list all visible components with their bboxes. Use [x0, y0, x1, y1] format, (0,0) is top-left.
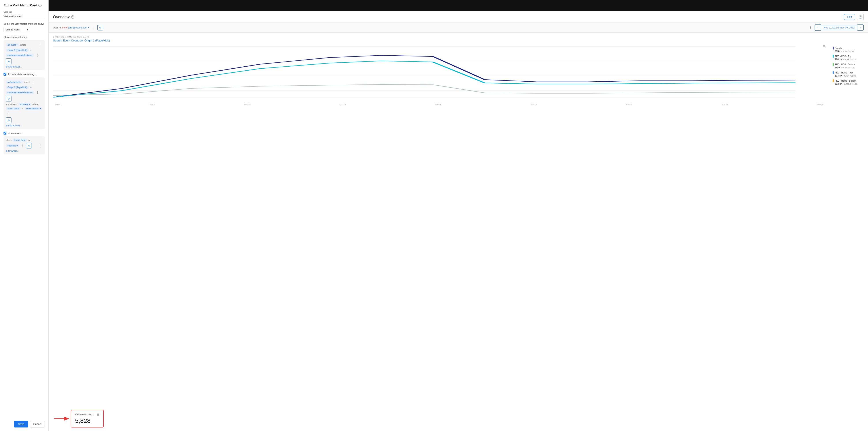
clock-button[interactable]: 🕐: [857, 14, 864, 20]
hide-row-more[interactable]: ⋮: [20, 143, 25, 148]
event2sub-tag[interactable]: an event ▾: [18, 103, 32, 106]
event2-value[interactable]: customercasedeflection ▾: [6, 91, 34, 94]
event1-where: where: [20, 44, 26, 46]
event1-value[interactable]: customercasedeflection ▾: [6, 54, 34, 57]
overview-header: Overview ? Edit 🕐: [49, 11, 868, 23]
x-label-4: Nov 13: [340, 103, 346, 106]
cancel-button[interactable]: Cancel: [30, 421, 45, 428]
bottom-area: Visit metric card ▦ 5,828: [49, 408, 868, 431]
legend-rec-pdp-bottom: REC - PDP - Bottom 484K ~16.1K ^29.1K: [833, 63, 864, 69]
condition-row-2c: and at least an event ▾ where Event Valu…: [6, 103, 42, 116]
chart-svg: [53, 44, 830, 102]
event1-row-more[interactable]: ⋮: [35, 53, 40, 58]
x-label-3: Nov 10: [244, 103, 250, 106]
legend-rec-pdp-bottom-values: 484K ~16.1K ^29.1K: [835, 66, 864, 69]
hide-value[interactable]: interface ▾: [6, 144, 20, 147]
overview-info-icon[interactable]: ?: [71, 15, 74, 19]
legend-rec-home-top-values: 203.8K ~6,794 ^11.9K: [835, 74, 864, 77]
filter-actions-right: ⋮ ‹ Nov 1, 2022 to Nov 30, 2022 ›: [808, 25, 864, 31]
event2-op: is: [30, 86, 31, 89]
event2-tag-chevron: ▾: [20, 81, 21, 83]
legend-rec-pdp-top-bar: [833, 55, 834, 58]
event2-row-more[interactable]: ⋮: [35, 90, 40, 95]
hide-op: is: [28, 139, 30, 141]
filter-val-chevron: ▾: [88, 27, 89, 29]
hide-events-header: Hide events...: [3, 132, 45, 135]
filter-add-btn[interactable]: ⊕: [97, 25, 103, 30]
event1-filter-btn[interactable]: ⊕: [6, 59, 11, 64]
hide-filter-btn[interactable]: ⊕: [26, 143, 32, 148]
event1-tag[interactable]: an event ▾: [6, 43, 19, 46]
legend-search-name: Search: [835, 47, 842, 49]
legend-search: Search 583K ~19.4K ^34.9K: [833, 46, 864, 53]
x-label-5: Nov 16: [435, 103, 441, 106]
event2-where: where: [24, 81, 30, 84]
event2-filter-btn[interactable]: ⊕: [6, 96, 11, 101]
date-prev-btn[interactable]: ‹: [814, 25, 821, 31]
event1-more-btn[interactable]: ⋮: [38, 42, 42, 47]
event2sub-field[interactable]: Event Value: [6, 107, 21, 110]
legend-rec-pdp-bottom-bar: [833, 63, 834, 66]
legend-rec-home-bottom-bar: [833, 79, 834, 82]
legend-rec-home-top-name: REC - Home - Top: [835, 71, 853, 74]
date-next-btn[interactable]: ›: [858, 25, 864, 31]
add-at-least-2[interactable]: ⊕ And at least...: [6, 124, 42, 127]
vm-card-title: Visit metric card: [75, 413, 92, 416]
date-range: Nov 1, 2022 to Nov 30, 2022: [821, 25, 858, 30]
hide-block-more[interactable]: ⋮: [38, 143, 42, 148]
filter-chip: User Id is not john@coveo.com ▾: [53, 26, 89, 29]
legend-rec-home-bottom: REC - Home - Bottom 203.4K ~6,779.8 ^11.…: [833, 79, 864, 85]
event2sub-value-chevron: ▾: [40, 107, 41, 110]
metric-dropdown-chevron: ▾: [27, 29, 28, 31]
x-label-9: Nov 28: [817, 103, 824, 106]
save-button[interactable]: Save: [14, 421, 28, 428]
hide-where: where: [6, 139, 12, 141]
right-more-btn[interactable]: ⋮: [808, 25, 813, 30]
event2-tag[interactable]: a click event ▾: [6, 80, 23, 84]
x-label-6: Nov 19: [530, 103, 537, 106]
event2sub-chevron: ▾: [29, 103, 30, 105]
hide-value-chevron: ▾: [17, 144, 18, 147]
card-title-input[interactable]: [3, 14, 45, 19]
hide-events-checkbox[interactable]: [3, 132, 6, 135]
event2sub-filter-btn[interactable]: ⊕: [6, 117, 11, 123]
edit-chart-icon[interactable]: ✏: [823, 44, 826, 47]
bottom-actions: Save Cancel: [3, 417, 45, 428]
add-at-least-1-icon: ⊕: [6, 66, 7, 68]
event2sub-value[interactable]: submitButton ▾: [24, 107, 42, 110]
or-where[interactable]: ⊕ Or where...: [6, 150, 42, 152]
event2-value-chevron: ▾: [31, 91, 32, 94]
event1-tag-chevron: ▾: [17, 44, 18, 46]
add-at-least-1[interactable]: ⊕ And at least...: [6, 66, 42, 68]
legend-rec-pdp-top-name: REC - PDP - Top: [835, 55, 851, 58]
event1-field[interactable]: Origin 1 (Page/Hub): [6, 48, 29, 52]
add-at-least-2-icon: ⊕: [6, 124, 7, 127]
metric-dropdown[interactable]: Unique Visits ▾: [3, 27, 30, 32]
event1-op: is: [30, 49, 31, 52]
arrow-svg: [53, 414, 71, 423]
condition-row-2a: a click event ▾ where ⋮: [6, 79, 42, 85]
exclude-checkbox[interactable]: [3, 73, 6, 76]
x-label-8: Nov 25: [722, 103, 728, 106]
arrow-card-group: Visit metric card ▦ 5,828: [53, 410, 104, 428]
event2sub-more[interactable]: ⋮: [6, 111, 10, 116]
metric-section-label: Select the visit-related metric to show: [3, 23, 45, 25]
event2-field[interactable]: Origin 1 (Page/Hub): [6, 86, 29, 89]
overview-edit-button[interactable]: Edit: [844, 14, 855, 20]
chart-title: Search Event Count per Origin 1 (Page/Hu…: [53, 39, 864, 42]
condition-row-3a: where Event Type is interface ▾ ⋮ ⊕ ⋮: [6, 138, 42, 148]
x-label-7: Nov 22: [626, 103, 632, 106]
hide-events-label: Hide events...: [8, 132, 23, 135]
condition-row-2b: Origin 1 (Page/Hub) is customercasedefle…: [6, 86, 42, 101]
legend-rec-home-bottom-name: REC - Home - Bottom: [835, 79, 856, 82]
vm-card-icon: ▦: [97, 413, 99, 416]
chart-card-label: DIMENSION TIME SERIES CARD: [53, 36, 864, 38]
x-axis-labels: Nov 4 Nov 7 Nov 10 Nov 13 Nov 16 Nov 19 …: [53, 103, 830, 106]
hide-field[interactable]: Event Type: [12, 138, 27, 142]
filter-val[interactable]: john@coveo.com ▾: [68, 26, 89, 29]
info-icon[interactable]: i: [38, 4, 41, 7]
filter-op: is not: [62, 26, 67, 29]
event2-more[interactable]: ⋮: [31, 79, 35, 85]
filter-more-btn[interactable]: ⋮: [91, 25, 96, 30]
legend-rec-home-top-bar: [833, 71, 834, 74]
